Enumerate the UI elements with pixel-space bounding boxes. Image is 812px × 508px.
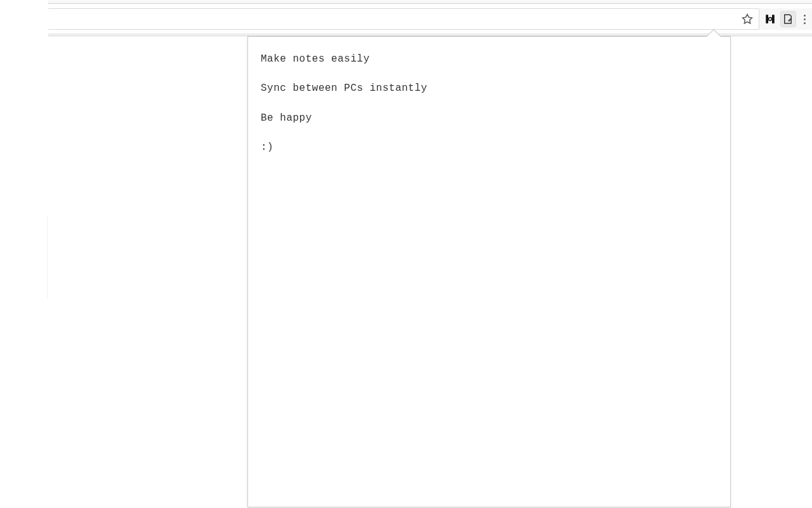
- extension-popup: Make notes easilySync between PCs instan…: [247, 36, 731, 507]
- notes-extension-button[interactable]: [781, 11, 795, 27]
- extension-1-button[interactable]: [763, 11, 777, 27]
- notes-extension-icon: [782, 13, 794, 25]
- extensions-strip: [759, 8, 812, 30]
- notes-textarea[interactable]: Make notes easilySync between PCs instan…: [248, 37, 730, 507]
- note-line: Be happy: [261, 111, 717, 125]
- left-edge-shadow: [47, 216, 48, 298]
- kebab-menu-icon: [804, 15, 806, 24]
- svg-marker-0: [743, 15, 752, 23]
- svg-point-3: [769, 18, 772, 21]
- toolbar-top-edge: [48, 0, 812, 4]
- address-bar[interactable]: [48, 8, 759, 30]
- svg-rect-2: [772, 15, 775, 23]
- note-line: :): [261, 140, 717, 154]
- browser-menu-button[interactable]: [798, 8, 812, 30]
- svg-rect-1: [766, 15, 768, 23]
- note-line: Make notes easily: [261, 52, 717, 66]
- note-line: Sync between PCs instantly: [261, 81, 717, 95]
- bookmark-star-button[interactable]: [740, 11, 755, 27]
- star-icon: [742, 13, 753, 25]
- extension-1-icon: [764, 13, 776, 25]
